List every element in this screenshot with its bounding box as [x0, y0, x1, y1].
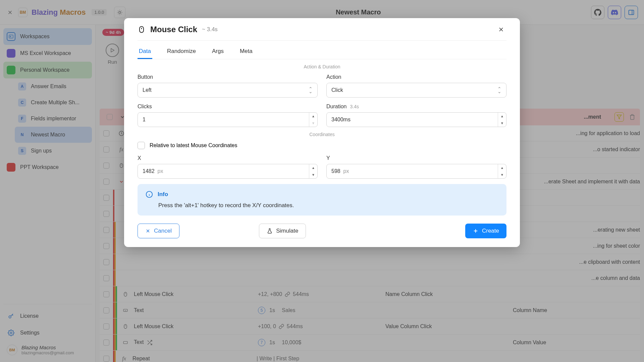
spin-up-button[interactable]: ▲	[498, 113, 506, 120]
y-value: 598	[331, 168, 340, 174]
spin-up-button[interactable]: ▲	[309, 113, 317, 120]
spin-down-button[interactable]: ▼	[309, 171, 317, 178]
x-input[interactable]: 1482 px▲▼	[138, 164, 318, 179]
info-box: Info Press the 'alt+1' hotkey to record …	[138, 184, 506, 216]
action-value: Click	[331, 87, 343, 93]
cancel-button[interactable]: Cancel	[138, 224, 179, 238]
spin-down-button[interactable]: ▼	[498, 171, 506, 178]
close-icon	[145, 228, 151, 234]
duration-hint: 3.4s	[350, 104, 359, 109]
action-label: Action	[326, 74, 506, 80]
mouse-click-modal: Mouse Click ~ 3.4s Data Randomize Args M…	[124, 18, 520, 247]
create-button[interactable]: Create	[465, 224, 506, 238]
simulate-button[interactable]: Simulate	[259, 224, 306, 238]
plus-icon	[473, 228, 479, 234]
button-value: Left	[143, 87, 152, 93]
cancel-label: Cancel	[154, 228, 172, 234]
spin-down-button[interactable]: ▼	[498, 120, 506, 127]
chevron-updown-icon: ⌃⌄	[309, 87, 313, 93]
simulate-label: Simulate	[276, 228, 298, 234]
modal-subtitle: ~ 3.4s	[202, 26, 218, 33]
modal-title: Mouse Click	[150, 25, 197, 34]
info-title: Info	[158, 191, 168, 198]
tab-randomize[interactable]: Randomize	[166, 45, 197, 59]
mouse-icon	[138, 25, 146, 34]
y-label: Y	[326, 155, 506, 161]
button-label: Button	[138, 74, 318, 80]
relative-label: Relative to latest Mouse Coordinates	[150, 142, 237, 148]
section-coordinates: Coordinates	[138, 132, 506, 137]
y-input[interactable]: 598 px▲▼	[326, 164, 506, 179]
svg-rect-26	[140, 26, 144, 33]
x-label: X	[138, 155, 318, 161]
clicks-input[interactable]: 1▲▼	[138, 112, 318, 127]
x-value: 1482	[143, 168, 155, 174]
x-unit: px	[157, 168, 163, 174]
close-button[interactable]	[496, 24, 506, 35]
create-label: Create	[482, 228, 499, 234]
chevron-updown-icon: ⌃⌄	[497, 87, 501, 93]
clicks-label: Clicks	[138, 104, 318, 110]
spin-up-button[interactable]: ▲	[309, 164, 317, 171]
duration-value: 3400ms	[331, 117, 498, 123]
button-select[interactable]: Left⌃⌄	[138, 83, 318, 98]
relative-checkbox[interactable]	[138, 142, 145, 149]
tab-meta[interactable]: Meta	[238, 45, 254, 59]
spin-up-button[interactable]: ▲	[498, 164, 506, 171]
section-action-duration: Action & Duration	[138, 64, 506, 69]
action-select[interactable]: Click⌃⌄	[326, 83, 506, 98]
clicks-value: 1	[143, 117, 309, 123]
duration-label: Duration	[326, 104, 346, 110]
flask-icon	[267, 228, 273, 234]
y-unit: px	[343, 168, 349, 174]
tab-data[interactable]: Data	[138, 45, 152, 59]
spin-down-button[interactable]: ▼	[309, 120, 317, 127]
duration-input[interactable]: 3400ms▲▼	[326, 112, 506, 127]
tab-args[interactable]: Args	[211, 45, 225, 59]
info-icon	[146, 191, 153, 198]
info-text: Press the 'alt+1' hotkey to record the X…	[158, 202, 498, 209]
